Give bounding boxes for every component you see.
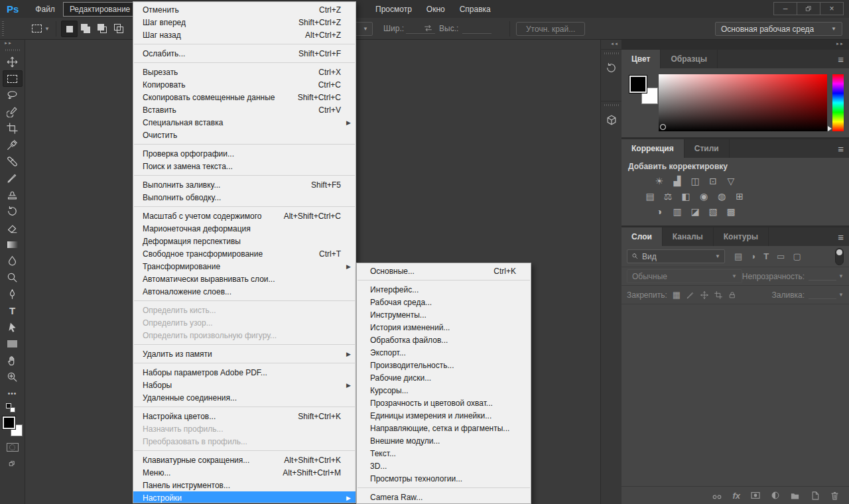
spot-healing-brush-tool[interactable] bbox=[3, 153, 23, 170]
prefs-menu-item[interactable]: Внешние модули... bbox=[357, 434, 531, 447]
edit-menu-item[interactable]: Удаленные соединения... bbox=[133, 391, 356, 404]
prefs-menu-item[interactable]: Основные...Ctrl+K bbox=[357, 265, 531, 277]
history-panel-button[interactable] bbox=[601, 49, 621, 101]
history-panel-icon[interactable] bbox=[606, 62, 617, 74]
blend-mode-dropdown[interactable]: Обычные ▼ bbox=[627, 269, 742, 283]
add-mask-icon[interactable] bbox=[750, 490, 761, 501]
pen-tool[interactable] bbox=[3, 286, 23, 302]
lock-artboard-icon[interactable] bbox=[714, 291, 722, 299]
collapse-dock-icon[interactable]: ◄◄ bbox=[601, 40, 621, 49]
filter-smart-objects-icon[interactable]: ▢ bbox=[793, 251, 801, 261]
edit-menu-item[interactable]: Выполнить обводку... bbox=[133, 191, 356, 204]
quick-selection-tool[interactable] bbox=[3, 103, 23, 120]
minimize-button[interactable]: – bbox=[773, 2, 797, 15]
vibrance-icon[interactable]: ▽ bbox=[725, 175, 737, 187]
edit-menu-item[interactable]: Шаг впередShift+Ctrl+Z bbox=[133, 16, 356, 29]
expand-toolbar-icon[interactable]: ►► bbox=[0, 40, 25, 48]
curves-icon[interactable]: ◫ bbox=[689, 175, 701, 187]
edit-menu-item[interactable]: Очистить bbox=[133, 129, 356, 141]
invert-icon[interactable]: ◑ bbox=[653, 206, 665, 218]
prefs-menu-item[interactable]: Рабочие диски... bbox=[357, 371, 531, 384]
prefs-menu-item[interactable]: Интерфейс... bbox=[357, 283, 531, 296]
panel-menu-icon[interactable]: ≡ bbox=[838, 54, 844, 65]
type-tool[interactable]: T bbox=[3, 302, 23, 319]
workspace-selector[interactable]: Основная рабочая среда ▼ bbox=[715, 22, 842, 36]
filter-pixel-layers-icon[interactable]: ▤ bbox=[734, 251, 742, 261]
posterize-icon[interactable]: ▥ bbox=[671, 206, 683, 218]
tool-preset-chevron-icon[interactable]: ▼ bbox=[44, 26, 50, 32]
subtract-from-selection-button[interactable] bbox=[94, 21, 111, 37]
panel-menu-icon[interactable]: ≡ bbox=[838, 143, 844, 155]
edit-menu-item[interactable]: Автоматически выравнивать слои... bbox=[133, 273, 356, 285]
lock-pixels-icon[interactable] bbox=[686, 291, 694, 299]
edit-menu-item[interactable]: Выполнить заливку...Shift+F5 bbox=[133, 178, 356, 191]
edit-menu-item[interactable]: Настройки▶ bbox=[133, 491, 356, 503]
panel-menu-icon[interactable]: ≡ bbox=[838, 231, 844, 243]
tool-preset-icon[interactable] bbox=[32, 25, 42, 32]
brush-tool[interactable] bbox=[3, 170, 23, 186]
height-input[interactable] bbox=[462, 25, 491, 34]
panel-grip[interactable] bbox=[604, 104, 619, 106]
prefs-menu-item[interactable]: Прозрачность и цветовой охват... bbox=[357, 397, 531, 409]
dodge-tool[interactable] bbox=[3, 269, 23, 286]
default-colors-icon[interactable] bbox=[6, 403, 19, 414]
properties-panel-button[interactable] bbox=[601, 101, 621, 153]
edit-menu-item[interactable]: ОтменитьCtrl+Z bbox=[133, 3, 356, 16]
lasso-tool[interactable] bbox=[3, 87, 23, 103]
foreground-color-swatch[interactable] bbox=[629, 76, 647, 93]
blur-tool[interactable] bbox=[3, 253, 23, 269]
edit-menu-item[interactable]: ВставитьCtrl+V bbox=[133, 103, 356, 116]
prefs-menu-item[interactable]: Инструменты... bbox=[357, 308, 531, 321]
edit-menu-item[interactable]: Скопировать совмещенные данныеShift+Ctrl… bbox=[133, 91, 356, 103]
prefs-menu-item[interactable]: Экспорт... bbox=[357, 346, 531, 359]
color-lookup-icon[interactable]: ⊞ bbox=[734, 190, 746, 202]
rectangle-tool[interactable] bbox=[3, 336, 23, 352]
new-layer-icon[interactable] bbox=[810, 491, 820, 501]
edit-menu-item[interactable]: Автоналожение слоев... bbox=[133, 285, 356, 298]
fill-dropdown[interactable]: ▼ bbox=[809, 291, 844, 299]
edit-menu-item[interactable]: Деформация перспективы bbox=[133, 235, 356, 247]
foreground-background-tool-swatches[interactable] bbox=[3, 416, 23, 436]
eraser-tool[interactable] bbox=[3, 220, 23, 236]
tab-образцы[interactable]: Образцы bbox=[661, 50, 718, 68]
new-selection-button[interactable] bbox=[61, 21, 78, 37]
prefs-menu-item[interactable]: Текст... bbox=[357, 447, 531, 460]
color-field-marker[interactable] bbox=[660, 124, 666, 130]
threshold-icon[interactable]: ◪ bbox=[689, 206, 701, 218]
edit-menu-item[interactable]: Масштаб с учетом содержимогоAlt+Shift+Ct… bbox=[133, 210, 356, 222]
edit-menu-item[interactable]: Поиск и замена текста... bbox=[133, 160, 356, 172]
layers-list[interactable] bbox=[621, 304, 849, 486]
delete-layer-icon[interactable] bbox=[830, 491, 840, 501]
edit-menu-item[interactable]: Специальная вставка▶ bbox=[133, 116, 356, 129]
refine-edge-button[interactable]: Уточн. край... bbox=[516, 22, 585, 36]
edit-menu-item[interactable]: Свободное трансформированиеCtrl+T bbox=[133, 247, 356, 260]
channel-mixer-icon[interactable]: ◍ bbox=[716, 190, 728, 202]
options-bar-grip[interactable] bbox=[2, 21, 4, 36]
color-balance-icon[interactable]: ⚖ bbox=[662, 190, 674, 202]
menubar-item-right-0[interactable]: Просмотр bbox=[369, 2, 419, 17]
tab-контуры[interactable]: Контуры bbox=[714, 227, 769, 246]
saturation-brightness-field[interactable] bbox=[659, 74, 827, 131]
edit-menu-item[interactable]: Удалить из памяти▶ bbox=[133, 347, 356, 360]
hand-tool[interactable] bbox=[3, 352, 23, 369]
menubar-item-right-1[interactable]: Окно bbox=[420, 2, 452, 17]
lock-all-icon[interactable] bbox=[728, 291, 736, 299]
edit-menu-item[interactable]: Наборы параметров Adobe PDF... bbox=[133, 366, 356, 379]
hue-slider[interactable] bbox=[832, 74, 844, 131]
intersect-selection-button[interactable] bbox=[111, 21, 127, 37]
prefs-menu-item[interactable]: Рабочая среда... bbox=[357, 296, 531, 308]
menubar-item-right-2[interactable]: Справка bbox=[453, 2, 497, 17]
hue-saturation-icon[interactable]: ▤ bbox=[644, 190, 656, 202]
lock-position-icon[interactable] bbox=[700, 291, 708, 299]
tab-стили[interactable]: Стили bbox=[685, 139, 730, 158]
add-adjustment-icon[interactable] bbox=[771, 491, 780, 500]
prefs-menu-item[interactable]: Просмотры технологии... bbox=[357, 472, 531, 485]
prefs-menu-item[interactable]: Обработка файлов... bbox=[357, 334, 531, 346]
edit-menu-item[interactable]: Марионеточная деформация bbox=[133, 222, 356, 235]
quick-mask-button[interactable] bbox=[3, 439, 23, 456]
prefs-menu-item[interactable]: Производительность... bbox=[357, 359, 531, 371]
edit-menu-item[interactable]: Панель инструментов... bbox=[133, 479, 356, 491]
gradient-tool[interactable] bbox=[3, 236, 23, 253]
exposure-icon[interactable]: ⊡ bbox=[707, 175, 719, 187]
link-layers-icon[interactable] bbox=[712, 490, 722, 501]
